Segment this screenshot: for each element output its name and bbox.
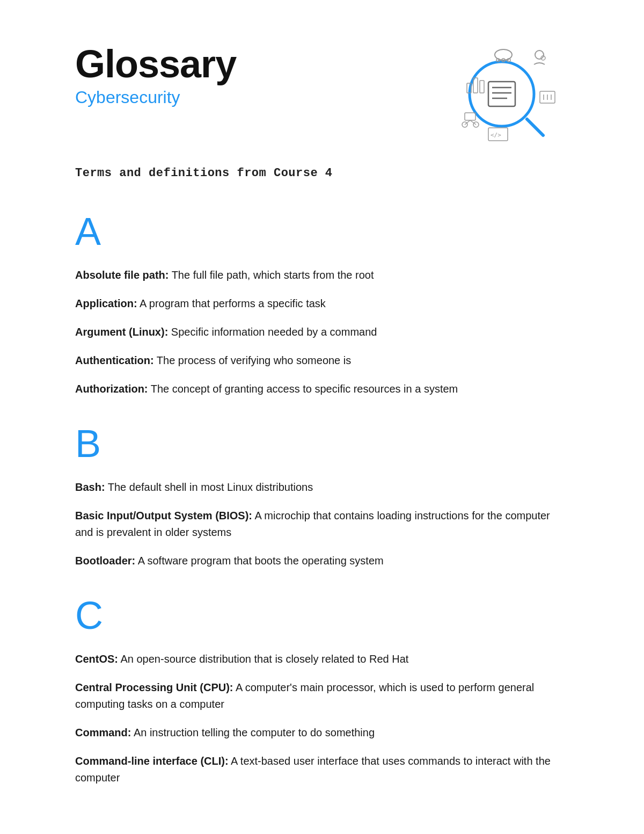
term-name: CentOS:	[75, 653, 118, 665]
term-definition: The full file path, which starts from th…	[169, 269, 374, 281]
term-name: Bootloader:	[75, 555, 135, 567]
term-definition: The concept of granting access to specif…	[148, 383, 458, 395]
main-title: Glossary	[75, 43, 236, 85]
course-label: Terms and definitions from Course 4	[75, 166, 569, 180]
title-block: Glossary Cybersecurity	[75, 43, 236, 107]
svg-point-12	[535, 50, 544, 59]
term-name: Command-line interface (CLI):	[75, 755, 229, 767]
term-entry: Argument (Linux): Specific information n…	[75, 324, 569, 340]
term-entry: Application: A program that performs a s…	[75, 295, 569, 312]
term-definition: An instruction telling the computer to d…	[131, 727, 375, 738]
term-definition: A software program that boots the operat…	[135, 555, 383, 567]
term-name: Basic Input/Output System (BIOS):	[75, 510, 252, 521]
svg-text:</>: </>	[491, 132, 501, 139]
svg-line-5	[527, 119, 543, 135]
term-definition: An open-source distribution that is clos…	[118, 653, 408, 665]
term-entry: Authorization: The concept of granting a…	[75, 381, 569, 397]
section-letter-c: C	[75, 596, 569, 635]
term-definition: The process of verifying who someone is	[154, 354, 352, 366]
decorative-icon-graphic: </>	[440, 43, 569, 150]
term-name: Command:	[75, 727, 131, 738]
term-entry: Absolute file path: The full file path, …	[75, 267, 569, 284]
term-definition: Specific information needed by a command	[168, 326, 377, 338]
term-name: Argument (Linux):	[75, 326, 168, 338]
svg-rect-17	[465, 113, 475, 120]
term-name: Authorization:	[75, 383, 148, 395]
term-entry: CentOS: An open-source distribution that…	[75, 651, 569, 668]
term-entry: Bash: The default shell in most Linux di…	[75, 479, 569, 496]
term-entry: Command-line interface (CLI): A text-bas…	[75, 753, 569, 786]
term-name: Authentication:	[75, 354, 154, 366]
section-letter-b: B	[75, 424, 569, 463]
term-entry: Central Processing Unit (CPU): A compute…	[75, 679, 569, 713]
section-letter-a: A	[75, 212, 569, 251]
term-name: Absolute file path:	[75, 269, 169, 281]
term-definition: A program that performs a specific task	[137, 298, 326, 309]
term-entry: Authentication: The process of verifying…	[75, 352, 569, 369]
term-name: Central Processing Unit (CPU):	[75, 681, 233, 693]
term-entry: Basic Input/Output System (BIOS): A micr…	[75, 507, 569, 541]
term-entry: Command: An instruction telling the comp…	[75, 724, 569, 741]
term-entry: Bootloader: A software program that boot…	[75, 553, 569, 569]
svg-point-0	[470, 62, 534, 126]
glossary-sections: AAbsolute file path: The full file path,…	[75, 212, 569, 786]
term-name: Bash:	[75, 481, 105, 493]
subtitle: Cybersecurity	[75, 88, 236, 107]
header-section: Glossary Cybersecurity	[75, 43, 569, 150]
term-name: Application:	[75, 298, 137, 309]
svg-rect-16	[480, 81, 484, 93]
term-definition: The default shell in most Linux distribu…	[105, 481, 313, 493]
svg-rect-1	[488, 82, 515, 106]
